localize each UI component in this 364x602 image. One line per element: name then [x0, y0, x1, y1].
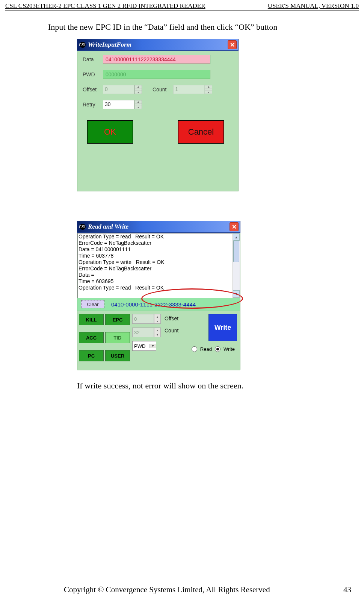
write-radio[interactable]: [215, 346, 221, 352]
epc-text: 0410-0000-1111-2222-3333-4444: [111, 301, 196, 308]
pwd-label: PWD: [83, 71, 103, 77]
log-text[interactable]: Operation Type = read Result = OK ErrorC…: [77, 233, 233, 299]
cancel-button[interactable]: Cancel: [178, 120, 224, 144]
header-left: CSL CS203ETHER-2 EPC CLASS 1 GEN 2 RFID …: [5, 2, 205, 10]
win2-body: Operation Type = read Result = OK ErrorC…: [77, 233, 240, 370]
scroll-track[interactable]: [233, 241, 240, 290]
scroll-down-icon[interactable]: ▼: [233, 290, 240, 297]
tid-button[interactable]: TID: [105, 332, 130, 343]
user-button[interactable]: USER: [105, 350, 130, 361]
kill-button[interactable]: KILL: [79, 314, 104, 325]
app-icon: CSL: [80, 224, 86, 230]
count-spinner[interactable]: 1 ▲▼: [173, 85, 212, 94]
count2-spinner[interactable]: 32 ▲▼: [132, 328, 161, 337]
log-area: Operation Type = read Result = OK ErrorC…: [77, 233, 240, 298]
retry-spinner[interactable]: 30 ▲▼: [103, 100, 142, 109]
count-value[interactable]: 1: [173, 85, 205, 94]
pwd-select-value: PWD: [133, 343, 150, 349]
pwd-select[interactable]: PWD ▼: [132, 341, 156, 351]
offset-arrows[interactable]: ▲▼: [134, 85, 142, 94]
offset-spinner[interactable]: 0 ▲▼: [103, 85, 142, 94]
caption-2: If write success, not error will show on…: [77, 381, 364, 391]
win1-body: Data 041000001111222233334444 PWD 000000…: [77, 51, 239, 191]
count-arrows[interactable]: ▲▼: [205, 85, 212, 94]
offset-value[interactable]: 0: [103, 85, 134, 94]
clear-button[interactable]: Clear: [81, 300, 104, 308]
win2-title: Read and Write: [88, 223, 230, 230]
scroll-thumb[interactable]: [233, 241, 239, 262]
footer-left: Copyright © Convergence Systems Limited,…: [64, 585, 270, 594]
close-icon[interactable]: ✕: [228, 40, 237, 49]
write-input-form-window: CSL WriteInputForm ✕ Data 04100000111122…: [77, 39, 239, 183]
app-icon: CSL: [80, 42, 86, 48]
scroll-up-icon[interactable]: ▲: [233, 234, 240, 241]
retry-arrows[interactable]: ▲▼: [134, 100, 142, 109]
read-radio[interactable]: [192, 346, 197, 352]
data-label: Data: [83, 56, 103, 62]
epc-strip: Clear 0410-0000-1111-2222-3333-4444: [77, 298, 240, 311]
write-button[interactable]: Write: [208, 314, 237, 341]
retry-value[interactable]: 30: [103, 100, 134, 109]
count2-value[interactable]: 32: [132, 328, 154, 337]
chevron-down-icon[interactable]: ▼: [150, 344, 156, 348]
header-rule: [5, 11, 359, 11]
offset-label: Offset: [83, 86, 103, 92]
read-radio-label: Read: [200, 346, 212, 352]
epc-button[interactable]: EPC: [105, 314, 130, 325]
retry-label: Retry: [83, 102, 103, 108]
offset2-value[interactable]: 0: [132, 314, 154, 324]
page-number: 43: [343, 585, 351, 594]
win1-titlebar[interactable]: CSL WriteInputForm ✕: [77, 39, 239, 51]
win1-title: WriteInputForm: [88, 41, 228, 49]
acc-button[interactable]: ACC: [79, 332, 104, 343]
control-zone: KILL ACC PC EPC TID USER 0 ▲▼ 32 ▲▼ P: [77, 311, 240, 370]
write-radio-label: Write: [224, 346, 235, 352]
pwd-input[interactable]: 0000000: [103, 70, 210, 79]
log-scrollbar[interactable]: ▲ ▼: [233, 233, 240, 298]
win2-titlebar[interactable]: CSL Read and Write ✕: [77, 221, 240, 233]
ok-button[interactable]: OK: [87, 120, 133, 144]
count-label: Count: [153, 86, 166, 92]
header-right: USER'S MANUAL, VERSION 1.0: [268, 2, 359, 10]
pc-button[interactable]: PC: [79, 350, 104, 361]
offset2-label: Offset: [165, 315, 178, 321]
data-input[interactable]: 041000001111222233334444: [103, 55, 210, 64]
read-and-write-window: CSL Read and Write ✕ Operation Type = re…: [77, 221, 240, 369]
offset2-arrows[interactable]: ▲▼: [154, 314, 161, 324]
count2-label: Count: [165, 328, 178, 334]
count2-arrows[interactable]: ▲▼: [154, 328, 161, 337]
close-icon[interactable]: ✕: [230, 222, 239, 231]
offset2-spinner[interactable]: 0 ▲▼: [132, 314, 161, 324]
caption-1: Input the new EPC ID in the “Data” field…: [48, 22, 364, 32]
